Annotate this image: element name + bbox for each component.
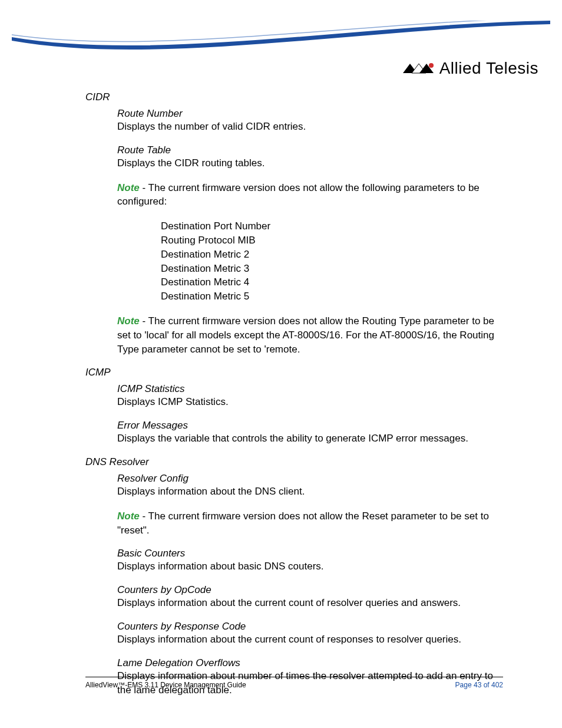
subsection-title: Basic Counters xyxy=(117,548,498,559)
svg-point-0 xyxy=(429,63,434,68)
dns-counters-opcode: Counters by OpCode Displays information … xyxy=(117,584,498,610)
brand-text: Allied Telesis xyxy=(439,59,538,78)
subsection-desc: Displays the number of valid CIDR entrie… xyxy=(117,120,498,134)
subsection-title: Route Number xyxy=(117,108,498,120)
subsection-title: Counters by Response Code xyxy=(117,621,498,633)
dns-basic-counters: Basic Counters Displays information abou… xyxy=(117,548,498,574)
header-swoosh-graphic xyxy=(12,21,550,62)
note-label: Note xyxy=(117,510,140,522)
list-item: Destination Port Number xyxy=(161,219,498,233)
footer-left-text: AlliedView™-EMS 3.11 Device Management G… xyxy=(85,681,246,689)
cidr-note2: Note - The current firmware version does… xyxy=(117,314,498,356)
list-item: Routing Protocol MIB xyxy=(161,233,498,248)
subsection-title: Counters by OpCode xyxy=(117,584,498,596)
icmp-errors: Error Messages Displays the variable tha… xyxy=(117,420,498,446)
subsection-desc: Displays information about the current c… xyxy=(117,633,498,647)
page-content: CIDR Route Number Displays the number of… xyxy=(85,91,498,707)
subsection-desc: Displays ICMP Statistics. xyxy=(117,395,498,409)
section-heading-dns: DNS Resolver xyxy=(85,456,498,468)
subsection-desc: Displays information about basic DNS cou… xyxy=(117,559,498,574)
note-text: - The current firmware version does not … xyxy=(117,182,480,207)
subsection-title: ICMP Statistics xyxy=(117,383,498,395)
list-item: Destination Metric 2 xyxy=(161,248,498,262)
cidr-param-list: Destination Port Number Routing Protocol… xyxy=(161,219,498,304)
cidr-route-table: Route Table Displays the CIDR routing ta… xyxy=(117,144,498,170)
icmp-stats: ICMP Statistics Displays ICMP Statistics… xyxy=(117,383,498,409)
subsection-desc: Displays information about the current c… xyxy=(117,596,498,610)
list-item: Destination Metric 5 xyxy=(161,289,498,304)
section-heading-icmp: ICMP xyxy=(85,367,498,378)
subsection-title: Error Messages xyxy=(117,420,498,431)
note-label: Note xyxy=(117,315,140,327)
subsection-desc: Displays the CIDR routing tables. xyxy=(117,156,498,170)
note-text: - The current firmware version does not … xyxy=(117,510,489,536)
dns-resolver-config: Resolver Config Displays information abo… xyxy=(117,473,498,499)
document-page: Allied Telesis CIDR Route Number Display… xyxy=(0,0,562,728)
list-item: Destination Metric 3 xyxy=(161,262,498,276)
note-text: - The current firmware version does not … xyxy=(117,315,494,355)
brand-logo-icon xyxy=(402,61,435,75)
subsection-desc: Displays the variable that controls the … xyxy=(117,431,498,446)
brand-block: Allied Telesis xyxy=(402,59,538,78)
page-footer: AlliedView™-EMS 3.11 Device Management G… xyxy=(85,677,503,689)
subsection-title: Route Table xyxy=(117,144,498,156)
section-heading-cidr: CIDR xyxy=(85,91,498,103)
subsection-desc: Displays information about the DNS clien… xyxy=(117,485,498,499)
cidr-route-number: Route Number Displays the number of vali… xyxy=(117,108,498,134)
list-item: Destination Metric 4 xyxy=(161,275,498,289)
note-label: Note xyxy=(117,182,140,193)
dns-note: Note - The current firmware version does… xyxy=(117,509,498,538)
footer-page-number: Page 43 of 402 xyxy=(455,681,503,689)
cidr-note1: Note - The current firmware version does… xyxy=(117,181,498,209)
dns-counters-respcode: Counters by Response Code Displays infor… xyxy=(117,621,498,647)
subsection-title: Lame Delegation Overflows xyxy=(117,657,498,669)
subsection-title: Resolver Config xyxy=(117,473,498,485)
